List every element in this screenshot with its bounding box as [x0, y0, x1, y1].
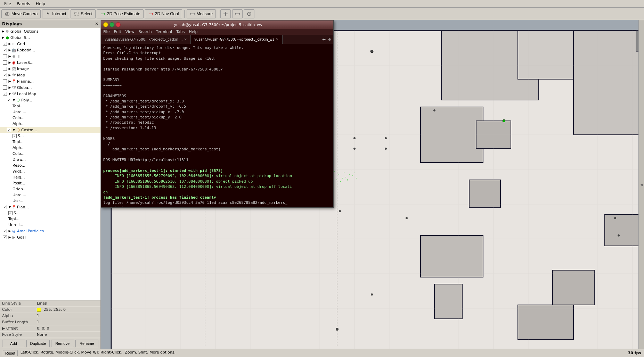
terminal-tab-1[interactable]: yusah@yusah-G7-7500: ~/project5_catkin .… — [101, 35, 191, 44]
displays-close-btn[interactable]: ✕ — [95, 22, 98, 26]
menu-panels[interactable]: Panels — [14, 1, 33, 7]
select-button[interactable]: Select — [71, 9, 95, 18]
costmap-sub-checkbox[interactable]: ✓ — [13, 134, 17, 138]
svg-rect-33 — [518, 305, 573, 340]
add-button[interactable]: Add — [2, 340, 25, 347]
focus-icon-btn[interactable] — [244, 9, 254, 18]
tree-item-global-status[interactable]: ▶ ● Global S... — [0, 34, 100, 41]
expand-amcl: ▶ — [8, 229, 11, 233]
terminal-line-info2: INFO [1663851860.565862510, 107.08400000… — [103, 179, 331, 184]
menu-help[interactable]: Help — [33, 1, 48, 7]
tree-item-unreliable3[interactable]: Unreli... — [0, 222, 100, 228]
reset-button[interactable]: Reset — [3, 350, 18, 356]
tree-item-height[interactable]: Heig... — [0, 174, 100, 180]
tab1-close[interactable]: ✕ — [184, 38, 187, 41]
right-collapse[interactable]: ◀ — [638, 20, 644, 349]
tree-item-resolution[interactable]: Reso... — [0, 163, 100, 168]
tree-item-position[interactable]: Posit... — [0, 180, 100, 186]
move-icon-btn[interactable] — [220, 9, 231, 18]
tree-item-color[interactable]: Colo... — [0, 115, 100, 121]
tree-item-plan2[interactable]: ✓ ▼ 📍 Plan... — [0, 204, 100, 210]
nav-goal-button[interactable]: 2D Nav Goal — [145, 9, 182, 18]
plan-sub-label: S... — [14, 211, 19, 215]
planner-checkbox[interactable] — [3, 79, 7, 83]
costmap-checkbox[interactable]: ✓ — [7, 128, 11, 132]
tree-item-costmap-sub[interactable]: ✓ S... — [0, 133, 100, 139]
tree-item-plan-sub[interactable]: ✓ S... — [0, 210, 100, 216]
duplicate-button[interactable]: Duplicate — [26, 340, 49, 347]
svg-point-144 — [614, 217, 616, 219]
measure-button[interactable]: Measure — [187, 9, 216, 18]
terminal-settings-icon[interactable]: ⚙ — [328, 38, 331, 41]
map-checkbox[interactable]: ✓ — [3, 73, 7, 77]
displays-tree[interactable]: ▶ ⚙ Global Options ▶ ● Global S... ✓ ▶ ⊞… — [0, 28, 100, 300]
costmap-icon: ⬡ — [16, 127, 21, 132]
maximize-button[interactable] — [109, 22, 114, 27]
tree-item-draw[interactable]: Draw... — [0, 157, 100, 163]
terminal-content[interactable]: Checking log directory for disk usage. T… — [101, 44, 333, 207]
poly-checkbox[interactable]: ✓ — [7, 98, 11, 102]
terminal-menu-view[interactable]: View — [125, 30, 134, 34]
laserscans-checkbox[interactable] — [3, 60, 7, 65]
ruler-icon-btn[interactable] — [232, 9, 243, 18]
terminal-menu-search[interactable]: Search — [139, 30, 152, 34]
tree-item-color2[interactable]: Colo... — [0, 151, 100, 157]
tree-item-laserscans[interactable]: ▶ ◉ LaserS... — [0, 59, 100, 66]
tree-item-topic3[interactable]: Topi... — [0, 216, 100, 222]
tree-item-local-map[interactable]: ✓ ▼ 🗺 Local Map — [0, 91, 100, 97]
goal-checkbox[interactable]: ✓ — [3, 235, 7, 239]
move-camera-button[interactable]: Move Camera — [1, 9, 41, 18]
measure-icon — [190, 11, 195, 17]
tree-item-costmap[interactable]: ✓ ▼ ⬡ Costm... — [0, 127, 100, 133]
image-checkbox[interactable] — [3, 67, 7, 71]
terminal-menu-edit[interactable]: Edit — [114, 30, 121, 34]
tree-item-orient[interactable]: Orien... — [0, 186, 100, 192]
pose-estimate-button[interactable]: 2D Pose Estimate — [97, 9, 144, 18]
terminal-tab-2[interactable]: yusah@yusah-G7-7500: ~/project5_catkin_w… — [191, 35, 283, 44]
global-costmap-checkbox[interactable] — [3, 85, 7, 90]
new-tab-icon[interactable]: + — [322, 36, 326, 42]
terminal-menu-help[interactable]: Help — [189, 30, 198, 34]
tree-item-global-costmap[interactable]: ▶ 🗺 Globa... — [0, 84, 100, 91]
minimize-button[interactable] — [103, 22, 108, 27]
remove-button[interactable]: Remove — [51, 340, 74, 347]
tree-item-width[interactable]: Widt... — [0, 168, 100, 174]
tree-item-global-options[interactable]: ▶ ⚙ Global Options — [0, 28, 100, 34]
amcl-checkbox[interactable]: ✓ — [3, 229, 7, 233]
color-swatch[interactable] — [37, 308, 41, 312]
tree-item-image[interactable]: ▶ 🖼 Image — [0, 66, 100, 72]
close-button[interactable] — [116, 22, 121, 27]
tree-item-topic2[interactable]: Topi... — [0, 139, 100, 145]
terminal-menu-tabs[interactable]: Tabs — [176, 30, 185, 34]
tree-item-robotmodel[interactable]: ✓ ▶ 🤖 RobotM... — [0, 47, 100, 53]
robotmodel-checkbox[interactable]: ✓ — [3, 48, 7, 52]
expand-icon: ▶ — [1, 30, 5, 33]
rename-button[interactable]: Rename — [75, 340, 98, 347]
menu-file[interactable]: File — [1, 1, 14, 7]
plan2-checkbox[interactable]: ✓ — [3, 205, 7, 209]
terminal-menu-file[interactable]: File — [103, 30, 109, 34]
interact-button[interactable]: Interact — [42, 9, 69, 18]
tree-item-poly[interactable]: ✓ ▼ ⬡ Poly... — [0, 97, 100, 103]
svg-point-130 — [352, 175, 353, 176]
terminal-menu-terminal[interactable]: Terminal — [156, 30, 172, 34]
tree-item-unreliable[interactable]: Unrel... — [0, 109, 100, 115]
tree-item-planner[interactable]: ▶ 📍 Planne... — [0, 78, 100, 84]
tree-item-goal[interactable]: ✓ ▶ ▶ Goal — [0, 234, 100, 240]
tree-item-alpha[interactable]: Alph... — [0, 121, 100, 127]
toolbar-separator-2 — [218, 10, 218, 18]
tf-checkbox[interactable] — [3, 54, 7, 58]
tree-item-alpha2[interactable]: Alph... — [0, 145, 100, 151]
grid-checkbox[interactable]: ✓ — [3, 42, 7, 46]
tree-item-unreliable2[interactable]: Unrel... — [0, 192, 100, 198]
local-map-checkbox[interactable]: ✓ — [3, 92, 7, 96]
tab2-close[interactable]: ✕ — [276, 38, 278, 41]
tree-item-tf[interactable]: ▶ ⊕ TF — [0, 53, 100, 59]
tree-item-topic[interactable]: Topi... — [0, 103, 100, 109]
terminal-line-info3: INFO [1663851865.569490363, 112.08400000… — [103, 184, 331, 189]
plan-sub-checkbox[interactable]: ✓ — [8, 211, 13, 215]
tree-item-map[interactable]: ✓ ▶ 🗺 Map — [0, 72, 100, 78]
tree-item-grid[interactable]: ✓ ▶ ⊞ Grid — [0, 41, 100, 47]
tree-item-amcl[interactable]: ✓ ▶ ◎ Amcl Particles — [0, 228, 100, 234]
tree-item-use[interactable]: Use... — [0, 198, 100, 204]
